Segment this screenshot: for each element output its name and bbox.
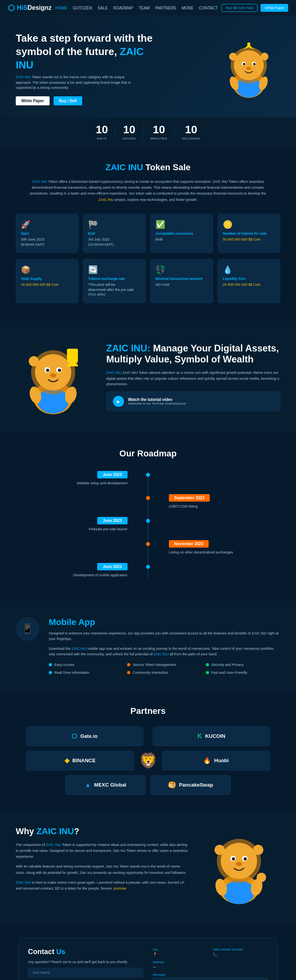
roadmap-badge-2: September 2023	[169, 494, 210, 502]
hero-description: ZAIC INU Token stands out in the meme co…	[16, 75, 134, 91]
mobile-app-description: Designed to enhance your memecoin experi…	[49, 631, 280, 642]
token-sale-section: ZAIC INU Token Sale ZAIC INU Token offer…	[0, 147, 296, 321]
hours-value: 10	[122, 123, 136, 136]
roadmap-left-5: June 2023 Development of mobile applicat…	[20, 563, 135, 578]
currencies-icon: ✅	[155, 220, 208, 229]
exchange-icon: 🔄	[88, 265, 141, 274]
partners-section: Partners ⬡ Gate.io K KUCOIN ◆ BINANCE 🦁	[0, 690, 296, 811]
tokens-icon: 🪙	[223, 220, 275, 229]
community-dot	[127, 671, 130, 674]
mobile-app-features: Easy Access Secure Token Management Secu…	[49, 663, 280, 675]
contact-info-label-text: Info	[153, 948, 208, 951]
nav-partners[interactable]: PARTNERS	[155, 6, 176, 10]
nav-more[interactable]: MORE	[182, 6, 194, 10]
easy-access-label: Easy Access	[54, 663, 74, 667]
partner-huobi: 🔥 Huobi	[162, 751, 270, 770]
nav-whitepaper-button[interactable]: White Paper	[261, 4, 288, 12]
info-card-start: 🚀 Start 30h June 2023 (6:00AM GMT)	[16, 214, 78, 253]
contact-address-label: Address	[153, 960, 268, 964]
info-card-end: 🏁 End 3rd July 2023 (10:00AM GMT)	[83, 214, 146, 253]
contact-info-row2: Address —	[153, 960, 268, 969]
nav-logo-rest: Designz	[28, 4, 52, 11]
svg-rect-30	[67, 364, 78, 366]
transaction-value: NO Limit	[155, 282, 208, 287]
hours-label: HOURS	[122, 137, 136, 140]
countdown-hours: 10 HOURS	[115, 123, 143, 140]
mexc-logo-icon: ▲	[85, 781, 91, 789]
svg-point-23	[46, 369, 49, 372]
nav-logo: ⬡ HiSDesignz	[8, 3, 52, 13]
contact-info-row1: Info 📍 Office Mobile Number 📞	[153, 948, 268, 956]
supply-title: Total Supply	[21, 277, 73, 281]
roadmap-title: Our Roadmap	[16, 449, 280, 459]
days-value: 10	[96, 123, 108, 136]
nav-buy-button[interactable]: Buy $$ Coin Now	[222, 4, 258, 12]
tutorial-sub: Subscribe to our YouTube Channel/ysoun	[128, 402, 186, 405]
countdown-minutes: 10 MINUTES	[143, 123, 175, 140]
info-card-tokens-for-sale: 🪙 Number of tokens for sale 50 000 000 0…	[218, 214, 280, 253]
contact-name-input[interactable]	[28, 968, 143, 977]
roadmap-desc-2: AZBIT.COM listing	[169, 504, 276, 509]
partner-gateio: ⬡ Gate.io	[26, 726, 143, 746]
tutorial-video-button[interactable]: ▶ Watch the tutorial video Subscribe to …	[106, 392, 280, 411]
tutorial-title: Watch the tutorial video	[128, 397, 186, 402]
svg-point-44	[253, 845, 263, 855]
start-title: Start	[21, 232, 73, 235]
kucoin-label: KUCOIN	[205, 733, 225, 739]
nav-team[interactable]: TEAM	[139, 6, 150, 10]
gateio-logo-icon: ⬡	[72, 732, 77, 740]
roadmap-left-3: June 2023 Pinksale pre-sale launch	[20, 517, 135, 532]
contact-address-value: —	[153, 965, 268, 969]
hero-whitepaper-btn[interactable]: White Paper	[16, 96, 50, 105]
nav-sale[interactable]: SALE	[98, 6, 108, 10]
roadmap-row-3: June 2023 Pinksale pre-sale launch	[20, 517, 276, 532]
svg-point-7	[243, 63, 245, 65]
svg-point-4	[234, 50, 264, 80]
roadmap-desc-1: Website setup and development	[20, 481, 128, 486]
feature-realtime: Real-Time Information	[49, 671, 123, 675]
svg-point-25	[50, 373, 56, 377]
why-zaic-section: Why ZAIC INU? The uniqueness of ZAIC INU…	[0, 811, 296, 922]
pancake-logo-icon: 🥞	[168, 781, 176, 789]
nav-home[interactable]: HOME	[56, 6, 67, 10]
contact-message-area: Message	[153, 973, 268, 980]
play-icon: ▶	[113, 396, 124, 407]
seconds-label: SECONDS	[182, 137, 200, 140]
navbar: ⬡ HiSDesignz HOME GOTOZEN SALE ROADMAP T…	[0, 0, 296, 16]
token-sale-row1: 🚀 Start 30h June 2023 (6:00AM GMT) 🏁 End…	[16, 214, 280, 253]
contact-address-item: Address —	[153, 960, 268, 969]
roadmap-badge-5: June 2023	[97, 563, 127, 570]
nav-roadmap[interactable]: ROADMAP	[113, 6, 133, 10]
countdown-section: 10 DAYS 10 HOURS 10 MINUTES 10 SECONDS	[0, 117, 296, 147]
mobile-app-content: Mobile App Designed to enhance your meme…	[49, 617, 280, 675]
roadmap-right-4: November 2023 Listing on other decentral…	[161, 540, 276, 555]
nav-contact[interactable]: CONTACT	[199, 6, 218, 10]
svg-point-37	[221, 843, 257, 879]
nav-gotozen[interactable]: GOTOZEN	[73, 6, 92, 10]
token-sale-body: ZAIC INU Token offers a blockchain-based…	[26, 179, 270, 203]
info-card-min-transaction: 💱 Minimal transaction amount NO Limit	[150, 259, 213, 303]
security-privacy-dot	[206, 663, 209, 666]
svg-point-11	[261, 53, 268, 61]
exchange-title: Tokens exchange rate	[88, 277, 141, 281]
minutes-label: MINUTES	[150, 137, 167, 140]
contact-mobile-item: Office Mobile Number 📞	[213, 948, 268, 956]
pancake-label: PancakeSwap	[179, 782, 213, 788]
realtime-label: Real-Time Information	[54, 671, 89, 675]
hero-headline: Take a step forward with the symbol of t…	[16, 32, 157, 72]
partner-binance: ◆ BINANCE	[26, 751, 134, 770]
roadmap-row-2: September 2023 AZBIT.COM listing	[20, 494, 276, 509]
secure-token-label: Secure Token Management	[133, 663, 176, 667]
contact-message-textarea[interactable]	[153, 978, 268, 980]
transaction-icon: 💱	[155, 265, 208, 274]
roadmap-badge-4: November 2023	[169, 540, 209, 548]
token-sale-row2: 📦 Total Supply 16 000 000 000 $$ Coin 🔄 …	[16, 259, 280, 303]
seconds-value: 10	[182, 123, 200, 136]
manage-section: ZAIC INU: Manage Your Digital Assets, Mu…	[0, 321, 296, 433]
countdown-seconds: 10 SECONDS	[175, 123, 207, 140]
contact-form-area: Contact Us Any question? Reach out to us…	[28, 948, 143, 980]
roadmap-row-4: November 2023 Listing on other decentral…	[20, 540, 276, 555]
huobi-label: Huobi	[214, 758, 229, 763]
feature-secure-token: Secure Token Management	[127, 663, 202, 667]
hero-buy-sell-btn[interactable]: Buy / Sell	[54, 96, 82, 105]
